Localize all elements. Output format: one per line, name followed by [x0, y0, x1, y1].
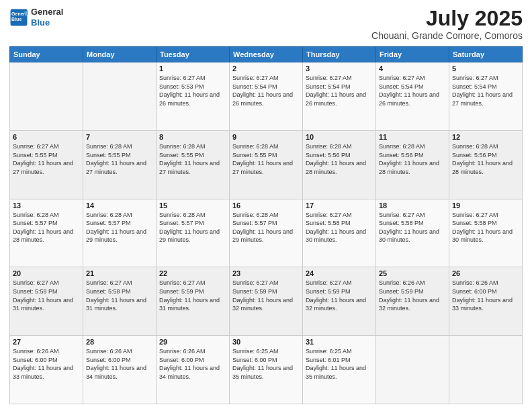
calendar-cell: 11Sunrise: 6:28 AM Sunset: 5:56 PM Dayli…: [376, 130, 449, 199]
day-info: Sunrise: 6:28 AM Sunset: 5:56 PM Dayligh…: [306, 142, 373, 176]
day-info: Sunrise: 6:27 AM Sunset: 5:59 PM Dayligh…: [306, 279, 373, 312]
day-number: 20: [13, 269, 80, 277]
day-info: Sunrise: 6:25 AM Sunset: 6:01 PM Dayligh…: [306, 347, 373, 381]
week-row-4: 20Sunrise: 6:27 AM Sunset: 5:58 PM Dayli…: [10, 267, 523, 336]
day-info: Sunrise: 6:27 AM Sunset: 5:59 PM Dayligh…: [232, 279, 300, 312]
day-number: 31: [306, 338, 373, 346]
calendar-cell: 8Sunrise: 6:28 AM Sunset: 5:55 PM Daylig…: [157, 130, 230, 199]
logo-line1: General: [31, 7, 63, 17]
day-info: Sunrise: 6:27 AM Sunset: 5:58 PM Dayligh…: [13, 279, 80, 312]
day-number: 13: [13, 201, 80, 210]
day-number: 30: [232, 338, 300, 346]
calendar-cell: 4Sunrise: 6:27 AM Sunset: 5:54 PM Daylig…: [376, 62, 449, 131]
calendar-table: SundayMondayTuesdayWednesdayThursdayFrid…: [9, 46, 523, 404]
day-number: 17: [306, 201, 373, 210]
calendar-cell: 29Sunrise: 6:26 AM Sunset: 6:00 PM Dayli…: [157, 336, 230, 404]
day-info: Sunrise: 6:27 AM Sunset: 5:58 PM Dayligh…: [452, 211, 519, 244]
calendar-cell: [10, 62, 83, 131]
day-number: 1: [159, 64, 226, 73]
logo: General Blue General Blue: [9, 7, 63, 28]
main-title: July 2025: [371, 7, 523, 30]
day-info: Sunrise: 6:28 AM Sunset: 5:56 PM Dayligh…: [379, 142, 446, 176]
day-number: 19: [452, 201, 519, 210]
calendar-cell: 23Sunrise: 6:27 AM Sunset: 5:59 PM Dayli…: [230, 267, 303, 336]
day-info: Sunrise: 6:26 AM Sunset: 6:00 PM Dayligh…: [159, 347, 226, 381]
calendar-cell: 13Sunrise: 6:28 AM Sunset: 5:57 PM Dayli…: [10, 199, 83, 267]
calendar-cell: 28Sunrise: 6:26 AM Sunset: 6:00 PM Dayli…: [83, 336, 157, 404]
day-number: 12: [452, 133, 519, 141]
day-info: Sunrise: 6:27 AM Sunset: 5:58 PM Dayligh…: [379, 211, 446, 244]
calendar-cell: 12Sunrise: 6:28 AM Sunset: 5:56 PM Dayli…: [449, 130, 523, 199]
week-row-2: 6Sunrise: 6:27 AM Sunset: 5:55 PM Daylig…: [10, 130, 523, 199]
calendar-cell: 30Sunrise: 6:25 AM Sunset: 6:00 PM Dayli…: [230, 336, 303, 404]
day-number: 24: [306, 269, 373, 277]
calendar-cell: 2Sunrise: 6:27 AM Sunset: 5:54 PM Daylig…: [230, 62, 303, 131]
day-info: Sunrise: 6:27 AM Sunset: 5:58 PM Dayligh…: [306, 211, 373, 244]
svg-text:Blue: Blue: [11, 17, 21, 21]
calendar-cell: 14Sunrise: 6:28 AM Sunset: 5:57 PM Dayli…: [83, 199, 157, 267]
calendar-cell: 9Sunrise: 6:28 AM Sunset: 5:55 PM Daylig…: [230, 130, 303, 199]
day-number: 7: [86, 133, 153, 141]
calendar-cell: 3Sunrise: 6:27 AM Sunset: 5:54 PM Daylig…: [303, 62, 376, 131]
sub-title: Chouani, Grande Comore, Comoros: [371, 30, 523, 41]
calendar-cell: 7Sunrise: 6:28 AM Sunset: 5:55 PM Daylig…: [83, 130, 157, 199]
day-number: 16: [232, 201, 300, 210]
week-row-5: 27Sunrise: 6:26 AM Sunset: 6:00 PM Dayli…: [10, 336, 523, 404]
day-info: Sunrise: 6:28 AM Sunset: 5:57 PM Dayligh…: [86, 211, 153, 244]
day-info: Sunrise: 6:27 AM Sunset: 5:53 PM Dayligh…: [159, 74, 226, 107]
calendar-cell: 19Sunrise: 6:27 AM Sunset: 5:58 PM Dayli…: [449, 199, 523, 267]
logo-text: General Blue: [31, 7, 63, 28]
calendar-cell: 6Sunrise: 6:27 AM Sunset: 5:55 PM Daylig…: [10, 130, 83, 199]
day-info: Sunrise: 6:27 AM Sunset: 5:54 PM Dayligh…: [306, 74, 373, 107]
day-info: Sunrise: 6:28 AM Sunset: 5:57 PM Dayligh…: [159, 211, 226, 244]
calendar-cell: 18Sunrise: 6:27 AM Sunset: 5:58 PM Dayli…: [376, 199, 449, 267]
day-number: 2: [232, 64, 300, 73]
calendar-cell: 1Sunrise: 6:27 AM Sunset: 5:53 PM Daylig…: [157, 62, 230, 131]
day-number: 10: [306, 133, 373, 141]
page: General Blue General Blue July 2025 Chou…: [0, 0, 532, 411]
calendar-cell: 25Sunrise: 6:26 AM Sunset: 5:59 PM Dayli…: [376, 267, 449, 336]
day-info: Sunrise: 6:26 AM Sunset: 5:59 PM Dayligh…: [379, 279, 446, 312]
day-number: 26: [452, 269, 519, 277]
calendar-cell: 22Sunrise: 6:27 AM Sunset: 5:59 PM Dayli…: [157, 267, 230, 336]
day-info: Sunrise: 6:27 AM Sunset: 5:54 PM Dayligh…: [379, 74, 446, 107]
logo-line2: Blue: [31, 17, 63, 28]
calendar-cell: 21Sunrise: 6:27 AM Sunset: 5:58 PM Dayli…: [83, 267, 157, 336]
day-number: 4: [379, 64, 446, 73]
calendar-cell: 20Sunrise: 6:27 AM Sunset: 5:58 PM Dayli…: [10, 267, 83, 336]
day-info: Sunrise: 6:27 AM Sunset: 5:59 PM Dayligh…: [159, 279, 226, 312]
day-info: Sunrise: 6:28 AM Sunset: 5:55 PM Dayligh…: [232, 142, 300, 176]
weekday-header-row: SundayMondayTuesdayWednesdayThursdayFrid…: [10, 47, 523, 62]
calendar-cell: [449, 336, 523, 404]
day-info: Sunrise: 6:26 AM Sunset: 6:00 PM Dayligh…: [86, 347, 153, 381]
day-info: Sunrise: 6:28 AM Sunset: 5:56 PM Dayligh…: [452, 142, 519, 176]
calendar-cell: 27Sunrise: 6:26 AM Sunset: 6:00 PM Dayli…: [10, 336, 83, 404]
day-number: 27: [13, 338, 80, 346]
weekday-header-sunday: Sunday: [10, 47, 83, 62]
week-row-1: 1Sunrise: 6:27 AM Sunset: 5:53 PM Daylig…: [10, 62, 523, 131]
calendar-cell: 17Sunrise: 6:27 AM Sunset: 5:58 PM Dayli…: [303, 199, 376, 267]
calendar-cell: 16Sunrise: 6:28 AM Sunset: 5:57 PM Dayli…: [230, 199, 303, 267]
day-number: 25: [379, 269, 446, 277]
calendar-cell: 26Sunrise: 6:26 AM Sunset: 6:00 PM Dayli…: [449, 267, 523, 336]
day-info: Sunrise: 6:27 AM Sunset: 5:55 PM Dayligh…: [13, 142, 80, 176]
day-number: 28: [86, 338, 153, 346]
calendar-cell: [83, 62, 157, 131]
day-info: Sunrise: 6:26 AM Sunset: 6:00 PM Dayligh…: [452, 279, 519, 312]
day-info: Sunrise: 6:28 AM Sunset: 5:55 PM Dayligh…: [86, 142, 153, 176]
day-number: 9: [232, 133, 300, 141]
day-number: 29: [159, 338, 226, 346]
day-number: 22: [159, 269, 226, 277]
weekday-header-thursday: Thursday: [303, 47, 376, 62]
day-number: 11: [379, 133, 446, 141]
day-info: Sunrise: 6:28 AM Sunset: 5:57 PM Dayligh…: [232, 211, 300, 244]
logo-icon: General Blue: [9, 8, 28, 27]
day-info: Sunrise: 6:27 AM Sunset: 5:58 PM Dayligh…: [86, 279, 153, 312]
day-number: 18: [379, 201, 446, 210]
header: General Blue General Blue July 2025 Chou…: [9, 7, 523, 41]
day-number: 23: [232, 269, 300, 277]
calendar-cell: 15Sunrise: 6:28 AM Sunset: 5:57 PM Dayli…: [157, 199, 230, 267]
day-info: Sunrise: 6:27 AM Sunset: 5:54 PM Dayligh…: [232, 74, 300, 107]
day-number: 6: [13, 133, 80, 141]
day-number: 14: [86, 201, 153, 210]
